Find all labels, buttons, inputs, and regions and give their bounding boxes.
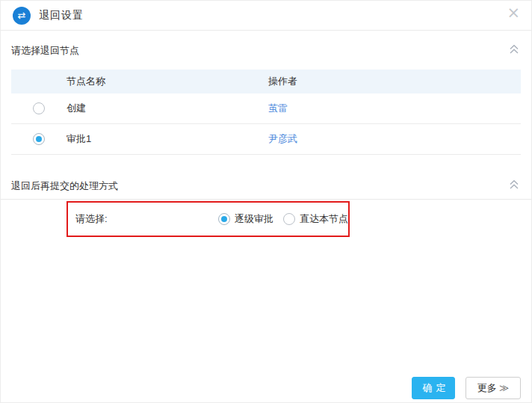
more-button[interactable]: 更多 ≫ (466, 377, 521, 399)
option-label: 直达本节点 (300, 212, 348, 226)
section-title-return-node: 请选择退回节点 (11, 44, 79, 58)
please-select-label: 请选择: (75, 212, 108, 226)
dialog-header: ⇄ 退回设置 (1, 1, 531, 31)
column-header-node-name: 节点名称 (66, 75, 268, 88)
highlight-box: 请选择: 逐级审批 直达本节点 (66, 201, 350, 237)
radio-step-by-step[interactable] (218, 213, 230, 225)
table-header-row: 节点名称 操作者 (11, 70, 521, 93)
option-step-by-step-approval[interactable]: 逐级审批 (218, 212, 273, 226)
node-radio-approval1[interactable] (33, 133, 45, 145)
close-icon[interactable]: × (507, 5, 520, 21)
double-chevron-up-icon (508, 44, 520, 55)
resubmit-option-group: 逐级审批 直达本节点 (218, 212, 348, 226)
collapse-section-resubmit-button[interactable] (507, 179, 521, 191)
node-name-label: 审批1 (66, 132, 268, 146)
swap-arrows-icon: ⇄ (13, 7, 31, 25)
node-name-label: 创建 (66, 102, 268, 115)
double-chevron-up-icon (508, 179, 520, 190)
node-table: 节点名称 操作者 创建 茧雷 审批1 尹彦武 (11, 70, 521, 155)
collapse-section-nodes-button[interactable] (507, 44, 521, 56)
table-row: 审批1 尹彦武 (11, 124, 521, 155)
operator-link[interactable]: 尹彦武 (268, 133, 297, 144)
section-title-resubmit-mode: 退回后再提交的处理方式 (11, 179, 118, 193)
confirm-button[interactable]: 确定 (412, 377, 455, 399)
radio-direct-to-node[interactable] (283, 213, 295, 225)
dialog-title: 退回设置 (39, 9, 84, 22)
option-label: 逐级审批 (235, 212, 273, 226)
column-header-operator: 操作者 (268, 75, 521, 88)
return-settings-dialog: ⇄ 退回设置 × 请选择退回节点 节点名称 操作者 创建 茧雷 审批1 尹 (0, 0, 532, 403)
node-radio-create[interactable] (33, 102, 45, 114)
section-divider (1, 199, 531, 200)
table-row: 创建 茧雷 (11, 93, 521, 124)
operator-link[interactable]: 茧雷 (268, 102, 288, 114)
option-direct-to-this-node[interactable]: 直达本节点 (283, 212, 348, 226)
